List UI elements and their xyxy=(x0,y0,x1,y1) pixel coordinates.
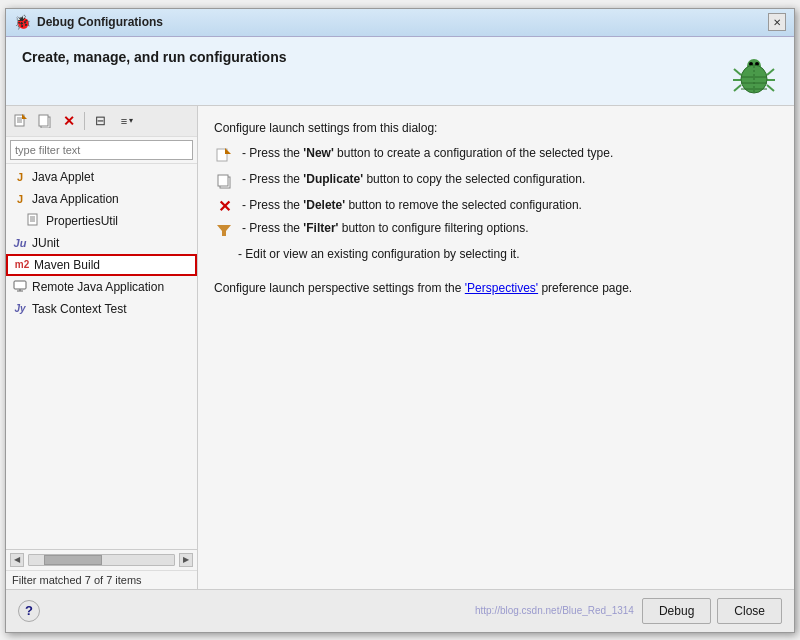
debug-button[interactable]: Debug xyxy=(642,598,711,624)
dialog-footer: ? http://blog.csdn.net/Blue_Red_1314 Deb… xyxy=(6,589,794,632)
right-panel: Configure launch settings from this dial… xyxy=(198,106,794,589)
svg-marker-33 xyxy=(217,225,231,236)
delete-config-button[interactable]: ✕ xyxy=(58,110,80,132)
debug-configurations-dialog: 🐞 Debug Configurations ✕ Create, manage,… xyxy=(5,8,795,633)
instructions-heading: Configure launch settings from this dial… xyxy=(214,120,778,137)
svg-rect-32 xyxy=(218,175,228,186)
tree-item-properties-util[interactable]: PropertiesUtil xyxy=(6,210,197,232)
perspectives-post: preference page. xyxy=(538,281,632,295)
toolbar: ✕ ⊟ ≡▾ xyxy=(6,106,197,137)
new-config-button[interactable] xyxy=(10,110,32,132)
instruction-edit-text: - Edit or view an existing configuration… xyxy=(238,247,519,261)
java-applet-label: Java Applet xyxy=(32,170,94,184)
svg-rect-26 xyxy=(14,281,26,289)
scrollbar-thumb xyxy=(44,555,102,565)
instruction-delete: ✕ - Press the 'Delete' button to remove … xyxy=(214,198,778,215)
tree-list: J Java Applet J Java Application xyxy=(6,164,197,549)
scrollbar-area: ◀ ▶ xyxy=(6,549,197,570)
instruction-delete-text: - Press the 'Delete' button to remove th… xyxy=(242,198,582,212)
perspectives-text: Configure launch perspective settings fr… xyxy=(214,281,465,295)
delete-icon: ✕ xyxy=(214,199,234,215)
properties-util-icon xyxy=(26,213,42,229)
tree-item-java-application[interactable]: J Java Application xyxy=(6,188,197,210)
remote-java-label: Remote Java Application xyxy=(32,280,164,294)
header-title: Create, manage, and run configurations xyxy=(22,49,287,65)
svg-line-6 xyxy=(734,85,741,91)
horizontal-scrollbar[interactable] xyxy=(28,554,175,566)
task-context-icon: Jy xyxy=(12,303,28,314)
svg-line-9 xyxy=(767,85,774,91)
instruction-duplicate: - Press the 'Duplicate' button to copy t… xyxy=(214,172,778,192)
tree-item-maven-build[interactable]: m2 Maven Build xyxy=(6,254,197,276)
filter-input[interactable] xyxy=(10,140,193,160)
maven-icon: m2 xyxy=(14,259,30,270)
tree-item-junit[interactable]: Ju JUnit xyxy=(6,232,197,254)
title-bar: 🐞 Debug Configurations ✕ xyxy=(6,9,794,37)
svg-rect-21 xyxy=(39,115,48,126)
junit-label: JUnit xyxy=(32,236,59,250)
instruction-edit: - Edit or view an existing configuration… xyxy=(214,247,778,261)
dialog-icon: 🐞 xyxy=(14,14,31,30)
tree-item-task-context[interactable]: Jy Task Context Test xyxy=(6,298,197,320)
bug-icon xyxy=(730,49,778,97)
tree-item-java-applet[interactable]: J Java Applet xyxy=(6,166,197,188)
svg-rect-22 xyxy=(28,214,37,225)
duplicate-icon xyxy=(214,173,234,192)
perspectives-link[interactable]: 'Perspectives' xyxy=(465,281,538,295)
instruction-new: - Press the 'New' button to create a con… xyxy=(214,146,778,166)
dialog-header: Create, manage, and run configurations xyxy=(6,37,794,106)
properties-util-label: PropertiesUtil xyxy=(46,214,118,228)
maven-build-label: Maven Build xyxy=(34,258,100,272)
instruction-filter: - Press the 'Filter' button to configure… xyxy=(214,221,778,241)
scroll-right-button[interactable]: ▶ xyxy=(179,553,193,567)
footer-right: Debug Close xyxy=(642,598,782,624)
filter-status: Filter matched 7 of 7 items xyxy=(6,570,197,589)
watermark-text: http://blog.csdn.net/Blue_Red_1314 xyxy=(475,605,634,616)
collapse-all-button[interactable]: ⊟ xyxy=(89,110,111,132)
task-context-label: Task Context Test xyxy=(32,302,127,316)
svg-line-7 xyxy=(767,69,774,75)
filter-dropdown-button[interactable]: ≡▾ xyxy=(113,110,141,132)
junit-icon: Ju xyxy=(12,237,28,249)
remote-java-icon xyxy=(12,278,28,295)
window-close-button[interactable]: ✕ xyxy=(768,13,786,31)
svg-marker-30 xyxy=(225,148,231,154)
new-icon xyxy=(214,147,234,166)
scroll-left-button[interactable]: ◀ xyxy=(10,553,24,567)
instruction-duplicate-text: - Press the 'Duplicate' button to copy t… xyxy=(242,172,585,186)
left-panel: ✕ ⊟ ≡▾ J Java Applet J Java Appli xyxy=(6,106,198,589)
svg-line-4 xyxy=(734,69,741,75)
java-applet-icon: J xyxy=(12,171,28,183)
filter-icon xyxy=(214,222,234,241)
tree-item-remote-java[interactable]: Remote Java Application xyxy=(6,276,197,298)
java-application-icon: J xyxy=(12,193,28,205)
instruction-filter-text: - Press the 'Filter' button to configure… xyxy=(242,221,529,235)
java-application-label: Java Application xyxy=(32,192,119,206)
dialog-body: ✕ ⊟ ≡▾ J Java Applet J Java Appli xyxy=(6,106,794,589)
toolbar-separator xyxy=(84,112,85,130)
perspectives-section: Configure launch perspective settings fr… xyxy=(214,281,778,295)
dialog-title: Debug Configurations xyxy=(37,15,762,29)
duplicate-config-button[interactable] xyxy=(34,110,56,132)
footer-left: ? xyxy=(18,600,40,622)
filter-input-wrap xyxy=(6,137,197,164)
help-button[interactable]: ? xyxy=(18,600,40,622)
instruction-new-text: - Press the 'New' button to create a con… xyxy=(242,146,613,160)
close-button[interactable]: Close xyxy=(717,598,782,624)
